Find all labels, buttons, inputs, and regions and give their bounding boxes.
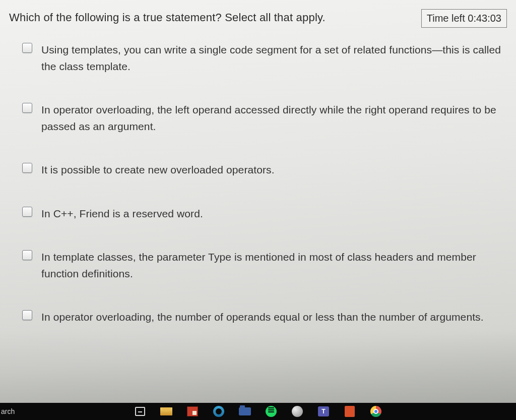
office-icon[interactable] [344, 405, 356, 417]
checkbox[interactable] [22, 310, 32, 320]
option-text: Using templates, you can write a single … [41, 42, 502, 75]
option-row: In operator overloading, the number of o… [22, 309, 502, 326]
question-text: Which of the following is a true stateme… [9, 9, 326, 24]
checkbox[interactable] [22, 43, 32, 53]
news-icon[interactable] [186, 405, 199, 417]
spotify-icon[interactable] [265, 405, 277, 417]
mail-icon[interactable] [160, 405, 172, 417]
quiz-page: Which of the following is a true stateme… [0, 0, 516, 420]
timer-value: 0:43:03 [468, 13, 501, 24]
option-text: It is possible to create new overloaded … [41, 162, 275, 178]
checkbox[interactable] [22, 207, 32, 217]
teams-icon[interactable] [317, 405, 330, 417]
option-row: Using templates, you can write a single … [22, 42, 502, 75]
timer-label: Time left [427, 13, 465, 24]
sphere-icon[interactable] [291, 405, 303, 417]
option-text: In operator overloading, the number of o… [41, 309, 484, 326]
option-row: In C++, Friend is a reserved word. [22, 206, 502, 222]
option-text: In C++, Friend is a reserved word. [41, 206, 203, 222]
task-view-icon[interactable] [134, 405, 146, 417]
options-list: Using templates, you can write a single … [9, 42, 507, 326]
option-text: In operator overloading, the left operan… [41, 102, 502, 135]
question-header: Which of the following is a true stateme… [9, 9, 507, 28]
timer-box: Time left 0:43:03 [421, 9, 507, 28]
checkbox[interactable] [22, 103, 32, 113]
checkbox[interactable] [22, 250, 32, 260]
taskbar-center [25, 405, 491, 417]
option-row: In template classes, the parameter Type … [22, 249, 502, 282]
file-explorer-icon[interactable] [239, 405, 251, 417]
checkbox[interactable] [22, 163, 32, 173]
search-fragment[interactable]: arch [0, 407, 25, 415]
option-row: It is possible to create new overloaded … [22, 162, 502, 178]
edge-icon[interactable] [213, 405, 225, 417]
taskbar: arch [0, 403, 516, 420]
option-text: In template classes, the parameter Type … [41, 249, 502, 282]
option-row: In operator overloading, the left operan… [22, 102, 502, 135]
chrome-icon[interactable] [370, 405, 382, 417]
